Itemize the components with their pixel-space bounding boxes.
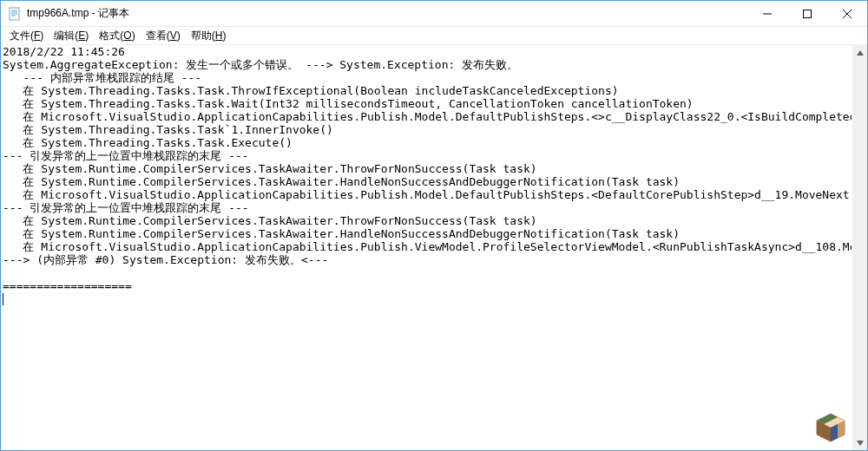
svg-rect-6 xyxy=(804,10,812,17)
text-content[interactable]: 2018/2/22 11:45:26 System.AggregateExcep… xyxy=(3,45,852,450)
overlay-cube-icon xyxy=(813,410,848,445)
menu-bar: 文件(F) 编辑(E) 格式(O) 查看(V) 帮助(H) xyxy=(1,27,867,45)
scroll-down-arrow[interactable] xyxy=(852,435,867,450)
window-title: tmp966A.tmp - 记事本 xyxy=(27,6,747,21)
window-controls xyxy=(747,1,867,26)
menu-format[interactable]: 格式(O) xyxy=(94,27,140,45)
menu-help[interactable]: 帮助(H) xyxy=(186,27,232,45)
maximize-button[interactable] xyxy=(787,1,827,26)
text-caret xyxy=(3,293,3,305)
svg-marker-10 xyxy=(857,441,864,446)
scroll-track[interactable] xyxy=(852,60,867,435)
minimize-button[interactable] xyxy=(747,1,787,26)
close-button[interactable] xyxy=(827,1,867,26)
menu-file[interactable]: 文件(F) xyxy=(4,27,49,45)
vertical-scrollbar[interactable] xyxy=(852,45,867,450)
editor-area: 2018/2/22 11:45:26 System.AggregateExcep… xyxy=(1,45,867,450)
menu-edit[interactable]: 编辑(E) xyxy=(49,27,94,45)
title-bar[interactable]: tmp966A.tmp - 记事本 xyxy=(1,1,867,27)
svg-marker-9 xyxy=(857,50,864,56)
app-icon xyxy=(8,7,22,21)
notepad-window: tmp966A.tmp - 记事本 文件(F) 编辑(E) 格式(O) 查看(V… xyxy=(0,0,868,451)
scroll-up-arrow[interactable] xyxy=(852,45,867,60)
menu-view[interactable]: 查看(V) xyxy=(141,27,186,45)
